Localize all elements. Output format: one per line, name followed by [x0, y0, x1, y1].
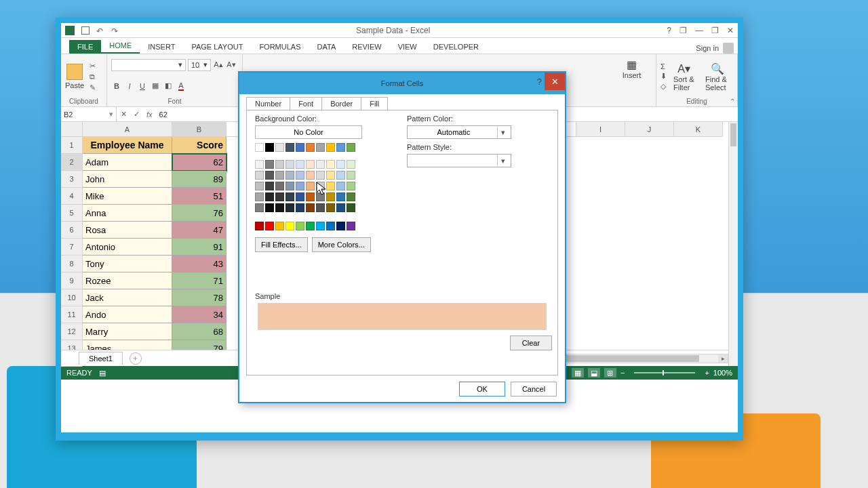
- row-header[interactable]: 3: [61, 171, 82, 188]
- color-swatch[interactable]: [347, 160, 355, 169]
- scroll-thumb[interactable]: [730, 123, 736, 146]
- cell-name[interactable]: Anna: [83, 205, 172, 222]
- color-swatch[interactable]: [347, 143, 355, 152]
- color-swatch[interactable]: [306, 143, 315, 152]
- cell-name[interactable]: Mike: [83, 188, 172, 205]
- tab-formulas[interactable]: FORMULAS: [251, 40, 309, 54]
- row-header[interactable]: 6: [61, 222, 82, 239]
- color-swatch[interactable]: [347, 171, 355, 180]
- zoom-in-icon[interactable]: +: [705, 369, 709, 377]
- more-colors-button[interactable]: More Colors...: [312, 237, 371, 252]
- row-header[interactable]: 10: [61, 289, 82, 306]
- color-swatch[interactable]: [275, 143, 284, 152]
- cell-name[interactable]: Antonio: [83, 239, 172, 256]
- color-swatch[interactable]: [306, 192, 315, 201]
- cell-score[interactable]: 51: [172, 188, 226, 205]
- color-swatch[interactable]: [255, 160, 264, 169]
- cell-name[interactable]: John: [83, 171, 172, 188]
- color-swatch[interactable]: [285, 143, 294, 152]
- color-swatch[interactable]: [265, 203, 274, 212]
- color-swatch[interactable]: [296, 192, 304, 201]
- color-swatch[interactable]: [255, 182, 264, 190]
- color-swatch[interactable]: [316, 203, 325, 212]
- color-swatch[interactable]: [285, 192, 294, 201]
- row-header[interactable]: 12: [61, 323, 82, 340]
- color-swatch[interactable]: [326, 192, 335, 201]
- color-swatch[interactable]: [255, 222, 264, 230]
- macro-record-icon[interactable]: ▤: [99, 369, 106, 378]
- color-swatch[interactable]: [316, 182, 325, 190]
- color-swatch[interactable]: [265, 143, 274, 152]
- cell-score[interactable]: 68: [172, 323, 226, 340]
- undo-icon[interactable]: [96, 26, 104, 35]
- row-header[interactable]: 7: [61, 239, 82, 256]
- col-header[interactable]: J: [625, 122, 674, 137]
- color-swatch[interactable]: [316, 222, 325, 230]
- color-swatch[interactable]: [306, 182, 315, 190]
- cell-score[interactable]: 43: [172, 256, 226, 272]
- cell-score[interactable]: 34: [172, 306, 226, 323]
- color-swatch[interactable]: [265, 222, 274, 230]
- col-header[interactable]: B: [172, 122, 226, 137]
- page-layout-view-icon[interactable]: ⬓: [588, 368, 600, 378]
- color-swatch[interactable]: [326, 222, 335, 230]
- tab-home[interactable]: HOME: [101, 39, 140, 54]
- zoom-out-icon[interactable]: −: [620, 369, 625, 377]
- tab-page-layout[interactable]: PAGE LAYOUT: [183, 40, 251, 54]
- cell-score[interactable]: 78: [172, 289, 226, 306]
- color-swatch[interactable]: [336, 203, 345, 212]
- col-header[interactable]: K: [674, 122, 723, 137]
- col-header[interactable]: A: [83, 122, 172, 137]
- fx-icon[interactable]: fx: [146, 110, 153, 119]
- cell-score[interactable]: 89: [172, 171, 226, 188]
- tab-border[interactable]: Border: [321, 97, 361, 110]
- name-box[interactable]: B2 ▾: [61, 107, 117, 121]
- minimize-button[interactable]: —: [695, 26, 703, 35]
- header-cell-name[interactable]: Employee Name: [83, 137, 172, 154]
- cell-name[interactable]: Jack: [83, 289, 172, 306]
- color-swatch[interactable]: [347, 182, 355, 190]
- pattern-color-combo[interactable]: Automatic ▾: [407, 125, 511, 139]
- row-header[interactable]: 8: [61, 256, 82, 272]
- font-name-combo[interactable]: ▾: [111, 59, 186, 71]
- color-swatch[interactable]: [326, 203, 335, 212]
- color-swatch[interactable]: [336, 182, 345, 190]
- color-swatch[interactable]: [285, 203, 294, 212]
- font-color-button[interactable]: A: [176, 81, 186, 92]
- color-swatch[interactable]: [306, 222, 315, 230]
- color-swatch[interactable]: [306, 203, 315, 212]
- page-break-view-icon[interactable]: ⊞: [604, 368, 616, 378]
- color-swatch[interactable]: [275, 171, 284, 180]
- redo-icon[interactable]: [111, 26, 119, 35]
- sign-in[interactable]: Sign in: [696, 43, 734, 54]
- color-swatch[interactable]: [336, 160, 345, 169]
- color-swatch[interactable]: [275, 203, 284, 212]
- color-swatch[interactable]: [336, 143, 345, 152]
- cell-score[interactable]: 91: [172, 239, 226, 256]
- close-button[interactable]: ✕: [727, 26, 734, 35]
- color-swatch[interactable]: [285, 222, 294, 230]
- fill-effects-button[interactable]: Fill Effects...: [255, 237, 308, 252]
- cell-score[interactable]: 76: [172, 205, 226, 222]
- color-swatch[interactable]: [316, 143, 325, 152]
- tab-data[interactable]: DATA: [309, 40, 344, 54]
- color-swatch[interactable]: [255, 143, 264, 152]
- color-swatch[interactable]: [326, 143, 335, 152]
- font-size-combo[interactable]: 10▾: [188, 59, 211, 71]
- tab-review[interactable]: REVIEW: [344, 40, 389, 54]
- row-header[interactable]: 2: [61, 154, 82, 171]
- autosum-icon[interactable]: Σ: [660, 62, 667, 70]
- ribbon-options-icon[interactable]: ❐: [679, 26, 687, 35]
- dialog-help-icon[interactable]: ?: [537, 77, 542, 87]
- row-header[interactable]: 1: [61, 137, 82, 154]
- color-swatch[interactable]: [265, 160, 274, 169]
- clear-button[interactable]: Clear: [510, 336, 552, 350]
- color-swatch[interactable]: [326, 160, 335, 169]
- color-swatch[interactable]: [296, 203, 304, 212]
- color-swatch[interactable]: [326, 171, 335, 180]
- cell-score[interactable]: 47: [172, 222, 226, 239]
- insert-cells-button[interactable]: ▦Insert: [618, 56, 646, 82]
- color-swatch[interactable]: [275, 182, 284, 190]
- color-swatch[interactable]: [316, 171, 325, 180]
- sheet-tab[interactable]: Sheet1: [79, 352, 123, 365]
